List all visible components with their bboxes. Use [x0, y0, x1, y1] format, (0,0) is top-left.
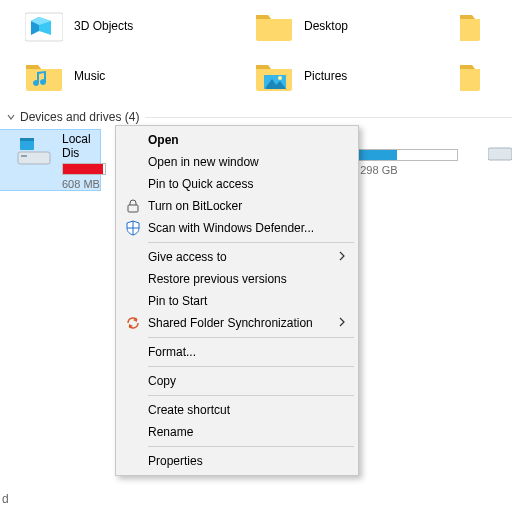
ctx-label: Give access to — [148, 250, 227, 264]
ctx-label: Open — [148, 133, 179, 147]
context-menu: Open Open in new window Pin to Quick acc… — [115, 125, 359, 476]
ctx-shared-folder-sync[interactable]: Shared Folder Synchronization — [118, 312, 356, 334]
bitlocker-icon — [124, 197, 142, 215]
ctx-label: Open in new window — [148, 155, 259, 169]
ctx-open-new-window[interactable]: Open in new window — [118, 151, 356, 173]
folder-label: 3D Objects — [74, 19, 133, 33]
ctx-separator — [148, 337, 354, 338]
ctx-separator — [148, 242, 354, 243]
folders-row-1: 3D Objects Desktop — [0, 0, 512, 50]
drive-usage-bar — [62, 163, 106, 175]
ctx-separator — [148, 395, 354, 396]
svg-rect-8 — [21, 155, 27, 157]
drive-usage-fill — [63, 164, 103, 174]
music-folder-icon — [24, 56, 64, 96]
drive-name-tail: :) — [348, 132, 478, 146]
ctx-copy[interactable]: Copy — [118, 370, 356, 392]
drive-name: Local Dis — [62, 132, 106, 160]
submenu-arrow-icon — [338, 251, 346, 263]
submenu-arrow-icon — [338, 317, 346, 329]
pictures-folder-icon — [254, 56, 294, 96]
folder-label: Pictures — [304, 69, 347, 83]
folders-row-2: Music Pictures — [0, 50, 512, 100]
drive-local-disk[interactable]: Local Dis 608 MB — [0, 130, 100, 190]
ctx-label: Format... — [148, 345, 196, 359]
sync-icon — [124, 314, 142, 332]
ctx-bitlocker[interactable]: Turn on BitLocker — [118, 195, 356, 217]
section-title: Devices and drives — [20, 110, 121, 124]
folder-partial[interactable] — [460, 2, 484, 50]
svg-rect-11 — [488, 148, 512, 160]
3d-objects-icon — [24, 6, 64, 46]
section-devices-and-drives[interactable]: Devices and drives (4) — [0, 108, 512, 126]
ctx-label: Rename — [148, 425, 193, 439]
ctx-label: Scan with Windows Defender... — [148, 221, 314, 235]
ctx-label: Pin to Quick access — [148, 177, 253, 191]
svg-rect-12 — [128, 205, 138, 212]
ctx-label: Pin to Start — [148, 294, 207, 308]
drive-icon — [14, 130, 54, 174]
chevron-down-icon — [6, 112, 16, 122]
ctx-separator — [148, 446, 354, 447]
ctx-pin-quick-access[interactable]: Pin to Quick access — [118, 173, 356, 195]
section-divider — [145, 117, 512, 118]
ctx-format[interactable]: Format... — [118, 341, 356, 363]
section-count: (4) — [125, 110, 140, 124]
ctx-separator — [148, 366, 354, 367]
svg-point-6 — [278, 76, 282, 80]
ctx-label: Turn on BitLocker — [148, 199, 242, 213]
drive-partial[interactable] — [488, 128, 512, 168]
folder-label: Desktop — [304, 19, 348, 33]
ctx-open[interactable]: Open — [118, 129, 356, 151]
folder-music[interactable]: Music — [0, 52, 230, 100]
ctx-pin-start[interactable]: Pin to Start — [118, 290, 356, 312]
defender-shield-icon — [124, 219, 142, 237]
folder-icon — [254, 6, 294, 46]
drive-secondary[interactable]: :) of 298 GB — [348, 130, 478, 190]
ctx-label: Shared Folder Synchronization — [148, 316, 313, 330]
folder-desktop[interactable]: Desktop — [230, 2, 460, 50]
folder-partial[interactable] — [460, 52, 484, 100]
ctx-label: Create shortcut — [148, 403, 230, 417]
footer-fragment: d — [2, 492, 9, 506]
ctx-label: Copy — [148, 374, 176, 388]
drive-usage-bar — [348, 149, 458, 161]
folder-3d-objects[interactable]: 3D Objects — [0, 2, 230, 50]
drive-free-text: 608 MB — [62, 178, 106, 190]
ctx-label: Restore previous versions — [148, 272, 287, 286]
ctx-label: Properties — [148, 454, 203, 468]
svg-rect-10 — [20, 138, 34, 141]
svg-rect-7 — [18, 152, 50, 164]
ctx-create-shortcut[interactable]: Create shortcut — [118, 399, 356, 421]
ctx-give-access[interactable]: Give access to — [118, 246, 356, 268]
ctx-rename[interactable]: Rename — [118, 421, 356, 443]
folder-label: Music — [74, 69, 105, 83]
drive-info: Local Dis 608 MB — [62, 130, 106, 190]
drive-free-text: of 298 GB — [348, 164, 478, 176]
ctx-properties[interactable]: Properties — [118, 450, 356, 472]
folder-pictures[interactable]: Pictures — [230, 52, 460, 100]
ctx-defender[interactable]: Scan with Windows Defender... — [118, 217, 356, 239]
drive-info: :) of 298 GB — [348, 130, 478, 176]
ctx-restore-versions[interactable]: Restore previous versions — [118, 268, 356, 290]
